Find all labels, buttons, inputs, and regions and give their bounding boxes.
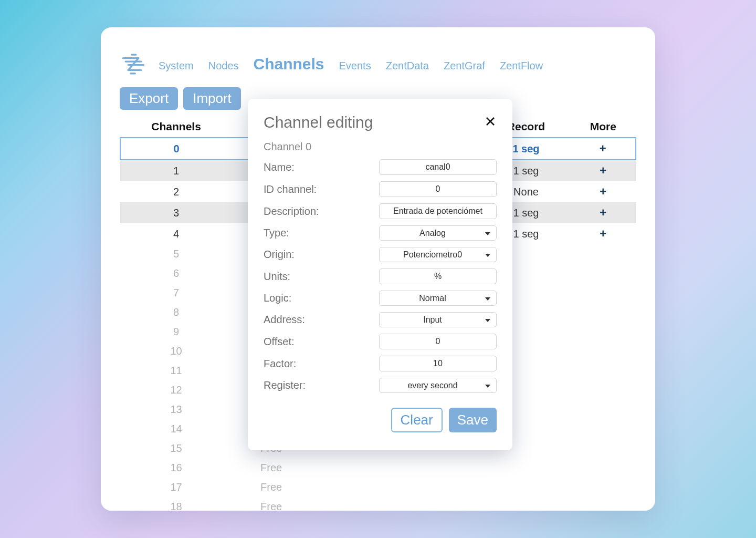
cell-idx: 1 xyxy=(120,160,232,181)
select-register[interactable]: every second xyxy=(379,378,497,393)
save-button[interactable]: Save xyxy=(449,408,497,432)
nav-zentflow[interactable]: ZentFlow xyxy=(500,60,543,72)
select-address[interactable]: Input xyxy=(379,312,497,327)
cell-idx: 9 xyxy=(120,322,232,342)
app-logo xyxy=(120,50,147,78)
modal-actions: Clear Save xyxy=(264,408,497,432)
field-row-origin: Origin:Potenciometro0 xyxy=(264,247,497,262)
select-type[interactable]: Analog xyxy=(379,225,497,241)
input-name[interactable] xyxy=(379,159,497,175)
input-desc[interactable] xyxy=(379,203,497,219)
cell-idx: 7 xyxy=(120,283,232,303)
cell-idx: 3 xyxy=(120,202,232,223)
main-nav: SystemNodesChannelsEventsZentDataZentGra… xyxy=(159,55,543,73)
field-label-register: Register: xyxy=(264,379,306,391)
modal-title: Channel editing xyxy=(264,113,373,131)
field-row-id: ID channel: xyxy=(264,181,497,197)
more-icon[interactable]: + xyxy=(600,142,606,155)
field-label-logic: Logic: xyxy=(264,292,291,304)
field-row-offset: Offset: xyxy=(264,334,497,349)
cell-name: Free xyxy=(232,478,310,497)
nav-channels[interactable]: Channels xyxy=(254,55,324,73)
cell-idx: 4 xyxy=(120,223,232,244)
cell-idx: 10 xyxy=(120,342,232,361)
input-factor[interactable] xyxy=(379,356,497,371)
field-row-factor: Factor: xyxy=(264,356,497,371)
field-label-desc: Description: xyxy=(264,205,319,218)
more-icon[interactable]: + xyxy=(600,227,606,240)
input-units[interactable] xyxy=(379,268,497,284)
input-offset[interactable] xyxy=(379,334,497,349)
header: SystemNodesChannelsEventsZentDataZentGra… xyxy=(120,50,636,78)
cell-idx: 5 xyxy=(120,244,232,264)
table-row-free[interactable]: 17Free xyxy=(120,478,636,497)
nav-nodes[interactable]: Nodes xyxy=(208,60,239,72)
field-row-logic: Logic:Normal xyxy=(264,291,497,306)
table-row-free[interactable]: 16Free xyxy=(120,458,636,478)
cell-idx: 15 xyxy=(120,439,232,458)
cell-idx: 14 xyxy=(120,419,232,439)
input-id[interactable] xyxy=(379,181,497,197)
cell-idx: 8 xyxy=(120,303,232,322)
more-icon[interactable]: + xyxy=(600,185,606,198)
cell-name: Free xyxy=(232,497,310,511)
nav-system[interactable]: System xyxy=(159,60,194,72)
nav-zentdata[interactable]: ZentData xyxy=(386,60,429,72)
field-label-factor: Factor: xyxy=(264,358,296,370)
field-label-address: Address: xyxy=(264,314,305,326)
export-button[interactable]: Export xyxy=(120,87,178,110)
import-button[interactable]: Import xyxy=(183,87,241,110)
field-label-offset: Offset: xyxy=(264,336,295,348)
cell-idx: 2 xyxy=(120,181,232,202)
field-label-id: ID channel: xyxy=(264,183,317,195)
field-row-type: Type:Analog xyxy=(264,225,497,241)
field-row-address: Address:Input xyxy=(264,312,497,327)
app-window: SystemNodesChannelsEventsZentDataZentGra… xyxy=(101,27,655,511)
select-logic[interactable]: Normal xyxy=(379,291,497,306)
field-label-type: Type: xyxy=(264,227,289,239)
cell-idx: 18 xyxy=(120,497,232,511)
channel-edit-modal: Channel editing Channel 0 Name:ID channe… xyxy=(248,99,512,450)
field-row-register: Register:every second xyxy=(264,378,497,393)
cell-idx: 17 xyxy=(120,478,232,497)
cell-idx: 11 xyxy=(120,361,232,380)
cell-idx: 12 xyxy=(120,380,232,400)
field-row-name: Name: xyxy=(264,159,497,175)
field-label-origin: Origin: xyxy=(264,249,295,261)
table-row-free[interactable]: 18Free xyxy=(120,497,636,511)
field-row-units: Units: xyxy=(264,268,497,284)
col-more: More xyxy=(570,116,636,138)
more-icon[interactable]: + xyxy=(600,164,606,177)
cell-idx: 13 xyxy=(120,400,232,419)
cell-name: Free xyxy=(232,458,310,478)
field-row-desc: Description: xyxy=(264,203,497,219)
clear-button[interactable]: Clear xyxy=(391,408,443,432)
more-icon[interactable]: + xyxy=(600,206,606,219)
cell-idx: 16 xyxy=(120,458,232,478)
field-label-units: Units: xyxy=(264,271,290,283)
modal-subtitle: Channel 0 xyxy=(264,141,497,153)
col-channels: Channels xyxy=(120,116,232,138)
nav-zentgraf[interactable]: ZentGraf xyxy=(444,60,485,72)
field-label-name: Name: xyxy=(264,161,295,173)
select-origin[interactable]: Potenciometro0 xyxy=(379,247,497,262)
cell-idx: 0 xyxy=(120,138,232,160)
close-icon[interactable] xyxy=(484,115,497,130)
cell-idx: 6 xyxy=(120,264,232,283)
nav-events[interactable]: Events xyxy=(339,60,371,72)
